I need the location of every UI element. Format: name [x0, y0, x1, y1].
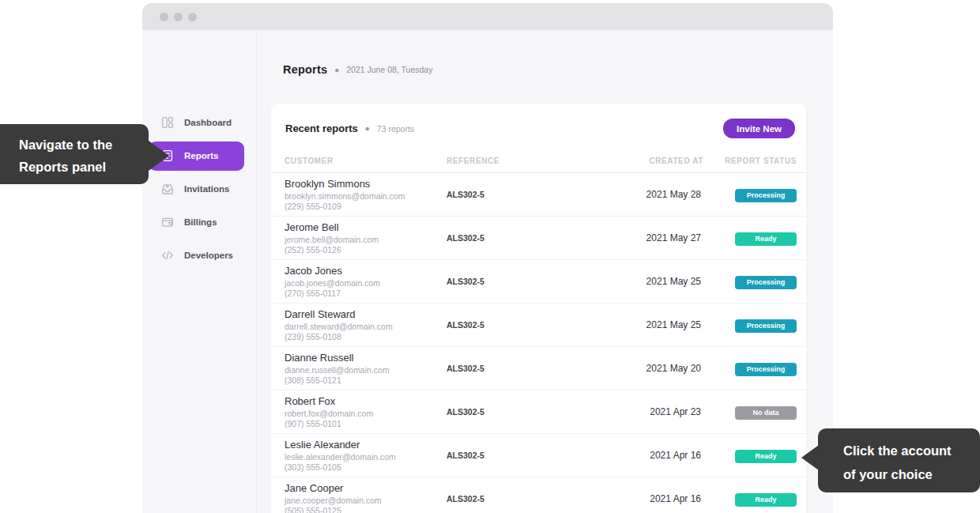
table-row[interactable]: Leslie Alexander leslie.alexander@domain…: [271, 434, 806, 477]
created-at-value: 2021 Apr 16: [605, 493, 703, 504]
customer-email: jacob.jones@domain.com: [285, 278, 447, 289]
page-title: Reports: [283, 63, 327, 76]
page-header: Reports ● 2021 June 08, Tuesday: [257, 30, 833, 76]
sidebar-item-label: Billings: [184, 217, 217, 227]
customer-email: jerome.bell@domain.com: [285, 235, 447, 245]
status-cell: Processing: [703, 317, 797, 333]
reference-value: ALS302-5: [447, 364, 605, 373]
reference-value: ALS302-5: [447, 233, 605, 243]
sidebar-item-billings[interactable]: Billings: [142, 206, 256, 239]
created-at-value: 2021 Apr 16: [605, 450, 703, 461]
sidebar: Dashboard Reports: [142, 30, 257, 513]
status-badge: Processing: [735, 363, 797, 376]
status-cell: Ready: [703, 447, 797, 463]
customer-cell: Robert Fox robert.fox@domain.com (907) 5…: [285, 395, 447, 428]
created-at-value: 2021 Apr 23: [605, 406, 703, 417]
customer-email: robert.fox@domain.com: [285, 409, 447, 419]
billings-icon: [161, 216, 174, 228]
main-panel: Reports ● 2021 June 08, Tuesday Recent r…: [257, 30, 833, 513]
customer-cell: Jane Cooper jane.cooper@domain.com (505)…: [285, 482, 447, 513]
table-row[interactable]: Dianne Russell dianne.russell@domain.com…: [271, 347, 806, 390]
window-dot[interactable]: [174, 13, 183, 21]
invitations-icon: [161, 183, 174, 195]
reference-value: ALS302-5: [447, 407, 605, 417]
customer-email: brooklyn.simmons@domain.com: [285, 191, 447, 202]
table-row[interactable]: Brooklyn Simmons brooklyn.simmons@domain…: [271, 173, 806, 217]
code-icon: [161, 249, 174, 262]
reports-table-body: Brooklyn Simmons brooklyn.simmons@domain…: [271, 173, 806, 513]
report-count: 73 reports: [377, 124, 414, 134]
customer-email: jane.cooper@domain.com: [285, 496, 447, 506]
sidebar-item-invitations[interactable]: Invitations: [142, 172, 256, 206]
customer-email: darrell.steward@domain.com: [285, 322, 447, 332]
status-badge: Processing: [735, 189, 797, 202]
table-row[interactable]: Jane Cooper jane.cooper@domain.com (505)…: [271, 477, 806, 513]
invite-new-button[interactable]: Invite New: [723, 119, 795, 138]
table-row[interactable]: Jerome Bell jerome.bell@domain.com (252)…: [271, 217, 806, 260]
customer-name: Darrell Steward: [285, 308, 447, 320]
customer-phone: (239) 555-0108: [285, 332, 447, 342]
customer-name: Jacob Jones: [285, 265, 447, 277]
status-cell: Processing: [703, 273, 797, 289]
window-dot[interactable]: [188, 13, 197, 21]
customer-name: Jane Cooper: [285, 482, 447, 494]
card-header: Recent reports ● 73 reports Invite New: [271, 104, 806, 138]
customer-cell: Brooklyn Simmons brooklyn.simmons@domain…: [285, 178, 447, 211]
status-badge: Processing: [735, 276, 797, 289]
customer-cell: Leslie Alexander leslie.alexander@domain…: [285, 439, 447, 472]
status-cell: Processing: [703, 187, 797, 202]
sidebar-item-label: Invitations: [184, 184, 230, 194]
reference-value: ALS302-5: [447, 277, 605, 286]
table-header-row: CUSTOMER REFERENCE CREATED AT REPORT STA…: [271, 138, 806, 173]
created-at-value: 2021 May 20: [605, 363, 703, 374]
table-row[interactable]: Robert Fox robert.fox@domain.com (907) 5…: [271, 390, 806, 434]
sidebar-item-developers[interactable]: Developers: [142, 239, 256, 272]
table-row[interactable]: Darrell Steward darrell.steward@domain.c…: [271, 304, 806, 347]
sidebar-item-dashboard[interactable]: Dashboard: [142, 106, 256, 139]
customer-phone: (907) 555-0101: [285, 419, 447, 429]
customer-phone: (270) 555-0117: [285, 289, 447, 299]
sidebar-item-label: Dashboard: [184, 118, 232, 127]
status-cell: No data: [703, 404, 797, 420]
browser-window: Dashboard Reports: [142, 3, 833, 513]
customer-phone: (229) 555-0109: [285, 202, 447, 212]
status-badge: Ready: [735, 493, 797, 507]
tooltip-text-line: Reports panel: [19, 156, 149, 178]
customer-name: Jerome Bell: [285, 221, 447, 233]
created-at-value: 2021 May 27: [605, 232, 703, 243]
customer-name: Robert Fox: [285, 395, 447, 407]
tooltip-arrow-left: [801, 445, 819, 470]
customer-cell: Jerome Bell jerome.bell@domain.com (252)…: [285, 221, 447, 255]
window-dot[interactable]: [160, 13, 168, 21]
column-header-created-at: CREATED AT: [605, 157, 703, 165]
status-cell: Ready: [703, 230, 797, 246]
customer-email: dianne.russell@domain.com: [285, 365, 447, 375]
customer-cell: Darrell Steward darrell.steward@domain.c…: [285, 308, 447, 341]
window-titlebar: [142, 3, 833, 30]
created-at-value: 2021 May 25: [605, 319, 703, 330]
recent-reports-card: Recent reports ● 73 reports Invite New C…: [271, 104, 806, 513]
reference-value: ALS302-5: [447, 494, 605, 504]
bullet-separator: ●: [365, 124, 370, 133]
status-cell: Ready: [703, 491, 797, 507]
table-row[interactable]: Jacob Jones jacob.jones@domain.com (270)…: [271, 260, 806, 304]
status-badge: Ready: [735, 450, 797, 463]
customer-name: Leslie Alexander: [285, 439, 447, 451]
tooltip-arrow-right: [149, 141, 169, 171]
tooltip-text-line: of your choice: [843, 462, 980, 486]
card-title: Recent reports: [285, 123, 358, 134]
sidebar-item-label: Reports: [184, 151, 218, 160]
reference-value: ALS302-5: [447, 190, 605, 199]
customer-phone: (505) 555-0125: [285, 506, 447, 513]
status-badge: No data: [735, 406, 797, 420]
column-header-report-status: REPORT STATUS: [703, 157, 797, 165]
sidebar-item-label: Developers: [184, 251, 233, 260]
status-badge: Ready: [735, 232, 797, 246]
customer-cell: Jacob Jones jacob.jones@domain.com (270)…: [285, 265, 447, 298]
customer-cell: Dianne Russell dianne.russell@domain.com…: [285, 352, 447, 385]
customer-phone: (303) 555-0105: [285, 462, 447, 473]
column-header-reference: REFERENCE: [447, 157, 605, 165]
customer-name: Brooklyn Simmons: [285, 178, 447, 190]
tooltip-text-line: Click the account: [843, 439, 980, 462]
page-date: 2021 June 08, Tuesday: [346, 65, 432, 74]
